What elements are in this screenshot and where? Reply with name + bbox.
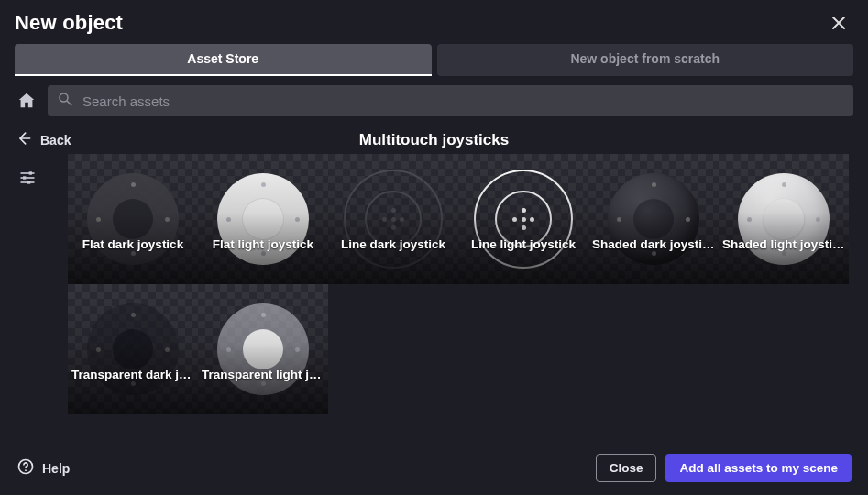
close-icon[interactable] bbox=[828, 12, 850, 34]
asset-label: Flat dark joystick bbox=[68, 237, 198, 251]
asset-label: Line dark joystick bbox=[328, 237, 458, 251]
asset-label: Line light joystick bbox=[458, 237, 588, 251]
asset-item[interactable]: Flat light joystick bbox=[198, 154, 328, 284]
asset-grid: Flat dark joystick Flat light joystick bbox=[68, 154, 853, 414]
add-all-button[interactable]: Add all assets to my scene bbox=[665, 454, 852, 482]
close-button[interactable]: Close bbox=[596, 454, 657, 482]
svg-point-9 bbox=[25, 469, 27, 471]
asset-label: Shaded dark joystick bbox=[588, 237, 719, 251]
search-field[interactable] bbox=[48, 85, 853, 116]
asset-item[interactable]: Transparent dark jo… bbox=[68, 284, 198, 414]
dialog-title: New object bbox=[15, 11, 123, 35]
asset-item[interactable]: Shaded dark joystick bbox=[588, 154, 719, 284]
home-button[interactable] bbox=[15, 89, 38, 113]
svg-rect-5 bbox=[29, 171, 32, 174]
back-label: Back bbox=[40, 133, 71, 148]
asset-label: Shaded light joystick bbox=[719, 237, 849, 251]
back-button[interactable]: Back bbox=[15, 129, 71, 150]
help-label: Help bbox=[42, 461, 70, 476]
asset-label: Flat light joystick bbox=[198, 237, 328, 251]
asset-item[interactable]: Line dark joystick bbox=[328, 154, 458, 284]
asset-label: Transparent dark jo… bbox=[68, 368, 198, 381]
titlebar: New object bbox=[0, 0, 868, 44]
tab-new-from-scratch[interactable]: New object from scratch bbox=[437, 44, 854, 76]
help-icon bbox=[16, 457, 35, 478]
search-icon bbox=[57, 91, 73, 111]
filters-button[interactable] bbox=[15, 154, 40, 445]
search-input[interactable] bbox=[82, 94, 844, 109]
svg-point-0 bbox=[60, 94, 68, 102]
asset-item[interactable]: Transparent light jo… bbox=[198, 284, 328, 414]
asset-item[interactable]: Shaded light joystick bbox=[719, 154, 849, 284]
help-button[interactable]: Help bbox=[16, 457, 70, 478]
svg-line-1 bbox=[67, 101, 71, 105]
asset-item[interactable]: Flat dark joystick bbox=[68, 154, 198, 284]
tabs: Asset Store New object from scratch bbox=[0, 44, 868, 76]
tab-asset-store[interactable]: Asset Store bbox=[15, 44, 432, 76]
asset-item[interactable]: Line light joystick bbox=[458, 154, 588, 284]
arrow-left-icon bbox=[15, 129, 33, 150]
asset-label: Transparent light jo… bbox=[198, 368, 328, 381]
svg-rect-6 bbox=[23, 176, 26, 179]
category-title: Multitouch joysticks bbox=[359, 131, 509, 149]
svg-rect-7 bbox=[27, 181, 30, 183]
